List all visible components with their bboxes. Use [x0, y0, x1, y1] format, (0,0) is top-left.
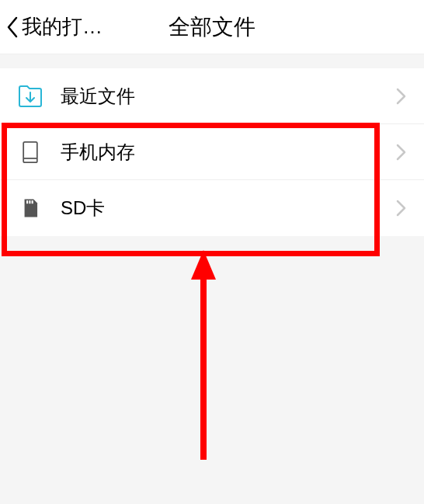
svg-rect-5 — [32, 200, 33, 203]
back-label: 我的打… — [22, 13, 103, 40]
phone-icon — [17, 139, 43, 165]
file-list: 最近文件 手机内存 SD卡 — [0, 68, 424, 236]
svg-rect-4 — [29, 200, 30, 203]
download-folder-icon — [17, 83, 43, 109]
svg-rect-1 — [23, 141, 37, 162]
sd-card-icon — [17, 195, 43, 221]
chevron-right-icon — [396, 88, 407, 105]
back-button[interactable]: 我的打… — [6, 13, 103, 40]
page-title: 全部文件 — [169, 12, 255, 42]
list-item-phone-storage[interactable]: 手机内存 — [0, 124, 424, 180]
header: 我的打… 全部文件 — [0, 0, 424, 54]
chevron-left-icon — [6, 16, 19, 38]
annotation-arrow-up — [188, 250, 219, 468]
list-item-label: SD卡 — [61, 196, 396, 221]
list-item-label: 手机内存 — [61, 140, 396, 165]
chevron-right-icon — [396, 144, 407, 161]
svg-rect-3 — [26, 200, 28, 203]
list-item-recent-files[interactable]: 最近文件 — [0, 68, 424, 124]
chevron-right-icon — [396, 200, 407, 217]
svg-marker-7 — [191, 250, 216, 280]
list-item-label: 最近文件 — [61, 84, 396, 109]
list-item-sd-card[interactable]: SD卡 — [0, 180, 424, 236]
